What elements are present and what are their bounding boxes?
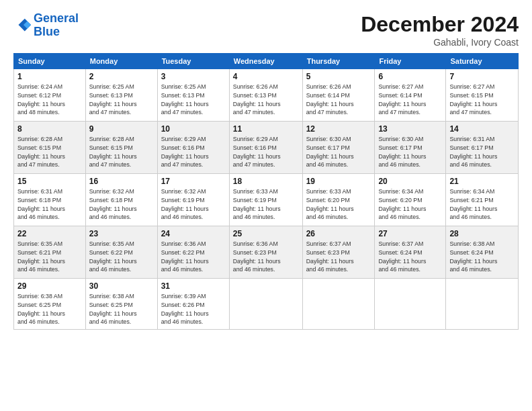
col-wednesday: Wednesday [229, 54, 302, 69]
calendar-week-row: 1 Sunrise: 6:24 AMSunset: 6:12 PMDayligh… [14, 69, 519, 122]
day-detail: Sunrise: 6:31 AMSunset: 6:17 PMDaylight:… [449, 135, 515, 169]
table-row: 31 Sunrise: 6:39 AMSunset: 6:26 PMDaylig… [157, 279, 229, 330]
day-number: 13 [378, 124, 442, 134]
day-detail: Sunrise: 6:29 AMSunset: 6:16 PMDaylight:… [233, 135, 299, 169]
day-detail: Sunrise: 6:38 AMSunset: 6:24 PMDaylight:… [449, 240, 515, 274]
day-detail: Sunrise: 6:36 AMSunset: 6:22 PMDaylight:… [161, 240, 226, 274]
day-number: 2 [89, 72, 154, 81]
day-detail: Sunrise: 6:37 AMSunset: 6:24 PMDaylight:… [378, 240, 442, 274]
day-number: 27 [378, 229, 442, 238]
day-detail: Sunrise: 6:27 AMSunset: 6:15 PMDaylight:… [449, 83, 515, 117]
table-row: 7 Sunrise: 6:27 AMSunset: 6:15 PMDayligh… [446, 69, 519, 122]
table-row: 18 Sunrise: 6:33 AMSunset: 6:19 PMDaylig… [229, 174, 302, 226]
logo-line1: General [34, 11, 79, 25]
day-number: 15 [17, 177, 82, 186]
table-row: 17 Sunrise: 6:32 AMSunset: 6:19 PMDaylig… [157, 174, 229, 226]
col-thursday: Thursday [302, 54, 375, 69]
day-detail: Sunrise: 6:27 AMSunset: 6:14 PMDaylight:… [378, 83, 442, 117]
table-row: 1 Sunrise: 6:24 AMSunset: 6:12 PMDayligh… [14, 69, 86, 122]
page: General Blue December 2024 Gahabli, Ivor… [0, 0, 532, 411]
col-friday: Friday [375, 54, 446, 69]
day-number: 11 [233, 124, 299, 134]
day-detail: Sunrise: 6:30 AMSunset: 6:17 PMDaylight:… [306, 135, 371, 169]
logo-text: General Blue [34, 12, 79, 39]
day-number: 30 [89, 281, 154, 291]
logo: General Blue [13, 12, 79, 39]
day-number: 4 [233, 72, 299, 81]
calendar-week-row: 22 Sunrise: 6:35 AMSunset: 6:21 PMDaylig… [14, 226, 519, 279]
day-detail: Sunrise: 6:33 AMSunset: 6:20 PMDaylight:… [306, 187, 371, 222]
table-row: 9 Sunrise: 6:28 AMSunset: 6:15 PMDayligh… [85, 122, 157, 174]
table-row: 10 Sunrise: 6:29 AMSunset: 6:16 PMDaylig… [157, 122, 229, 174]
day-detail: Sunrise: 6:29 AMSunset: 6:16 PMDaylight:… [161, 135, 226, 169]
location: Gahabli, Ivory Coast [361, 37, 519, 48]
calendar-week-row: 29 Sunrise: 6:38 AMSunset: 6:25 PMDaylig… [14, 279, 519, 330]
calendar-table: Sunday Monday Tuesday Wednesday Thursday… [13, 53, 519, 330]
table-row: 25 Sunrise: 6:36 AMSunset: 6:23 PMDaylig… [229, 226, 302, 279]
day-detail: Sunrise: 6:38 AMSunset: 6:25 PMDaylight:… [89, 292, 154, 326]
day-detail: Sunrise: 6:37 AMSunset: 6:23 PMDaylight:… [306, 240, 371, 274]
title-section: December 2024 Gahabli, Ivory Coast [361, 12, 519, 48]
table-row: 28 Sunrise: 6:38 AMSunset: 6:24 PMDaylig… [446, 226, 519, 279]
table-row: 16 Sunrise: 6:32 AMSunset: 6:18 PMDaylig… [85, 174, 157, 226]
day-number: 24 [161, 229, 226, 238]
table-row [302, 279, 375, 330]
table-row [446, 279, 519, 330]
day-detail: Sunrise: 6:32 AMSunset: 6:19 PMDaylight:… [161, 187, 226, 222]
table-row [375, 279, 446, 330]
day-detail: Sunrise: 6:30 AMSunset: 6:17 PMDaylight:… [378, 135, 442, 169]
day-detail: Sunrise: 6:26 AMSunset: 6:13 PMDaylight:… [233, 83, 299, 117]
table-row: 26 Sunrise: 6:37 AMSunset: 6:23 PMDaylig… [302, 226, 375, 279]
day-number: 5 [306, 72, 371, 81]
table-row: 6 Sunrise: 6:27 AMSunset: 6:14 PMDayligh… [375, 69, 446, 122]
day-number: 3 [161, 72, 226, 81]
day-detail: Sunrise: 6:34 AMSunset: 6:21 PMDaylight:… [449, 187, 515, 222]
table-row: 27 Sunrise: 6:37 AMSunset: 6:24 PMDaylig… [375, 226, 446, 279]
day-detail: Sunrise: 6:31 AMSunset: 6:18 PMDaylight:… [17, 187, 82, 222]
day-number: 1 [17, 72, 82, 81]
logo-line2: Blue [34, 25, 60, 38]
table-row: 24 Sunrise: 6:36 AMSunset: 6:22 PMDaylig… [157, 226, 229, 279]
table-row: 20 Sunrise: 6:34 AMSunset: 6:20 PMDaylig… [375, 174, 446, 226]
table-row: 13 Sunrise: 6:30 AMSunset: 6:17 PMDaylig… [375, 122, 446, 174]
logo-icon [13, 16, 32, 35]
day-number: 28 [449, 229, 515, 238]
table-row: 23 Sunrise: 6:35 AMSunset: 6:22 PMDaylig… [85, 226, 157, 279]
day-number: 9 [89, 124, 154, 134]
table-row: 22 Sunrise: 6:35 AMSunset: 6:21 PMDaylig… [14, 226, 86, 279]
table-row: 3 Sunrise: 6:25 AMSunset: 6:13 PMDayligh… [157, 69, 229, 122]
col-tuesday: Tuesday [157, 54, 229, 69]
table-row: 29 Sunrise: 6:38 AMSunset: 6:25 PMDaylig… [14, 279, 86, 330]
day-number: 17 [161, 177, 226, 186]
day-number: 12 [306, 124, 371, 134]
table-row: 8 Sunrise: 6:28 AMSunset: 6:15 PMDayligh… [14, 122, 86, 174]
table-row [229, 279, 302, 330]
day-number: 31 [161, 281, 226, 291]
day-detail: Sunrise: 6:28 AMSunset: 6:15 PMDaylight:… [89, 135, 154, 169]
calendar-header-row: Sunday Monday Tuesday Wednesday Thursday… [14, 54, 519, 69]
month-title: December 2024 [361, 12, 519, 37]
table-row: 19 Sunrise: 6:33 AMSunset: 6:20 PMDaylig… [302, 174, 375, 226]
table-row: 30 Sunrise: 6:38 AMSunset: 6:25 PMDaylig… [85, 279, 157, 330]
day-number: 10 [161, 124, 226, 134]
day-detail: Sunrise: 6:33 AMSunset: 6:19 PMDaylight:… [233, 187, 299, 222]
day-detail: Sunrise: 6:24 AMSunset: 6:12 PMDaylight:… [17, 83, 82, 117]
table-row: 4 Sunrise: 6:26 AMSunset: 6:13 PMDayligh… [229, 69, 302, 122]
table-row: 21 Sunrise: 6:34 AMSunset: 6:21 PMDaylig… [446, 174, 519, 226]
day-detail: Sunrise: 6:28 AMSunset: 6:15 PMDaylight:… [17, 135, 82, 169]
col-monday: Monday [85, 54, 157, 69]
day-number: 6 [378, 72, 442, 81]
day-number: 7 [449, 72, 515, 81]
table-row: 11 Sunrise: 6:29 AMSunset: 6:16 PMDaylig… [229, 122, 302, 174]
day-number: 18 [233, 177, 299, 186]
col-sunday: Sunday [14, 54, 86, 69]
col-saturday: Saturday [446, 54, 519, 69]
day-number: 23 [89, 229, 154, 238]
table-row: 12 Sunrise: 6:30 AMSunset: 6:17 PMDaylig… [302, 122, 375, 174]
day-number: 16 [89, 177, 154, 186]
day-detail: Sunrise: 6:32 AMSunset: 6:18 PMDaylight:… [89, 187, 154, 222]
calendar-week-row: 15 Sunrise: 6:31 AMSunset: 6:18 PMDaylig… [14, 174, 519, 226]
table-row: 15 Sunrise: 6:31 AMSunset: 6:18 PMDaylig… [14, 174, 86, 226]
day-number: 25 [233, 229, 299, 238]
day-number: 19 [306, 177, 371, 186]
